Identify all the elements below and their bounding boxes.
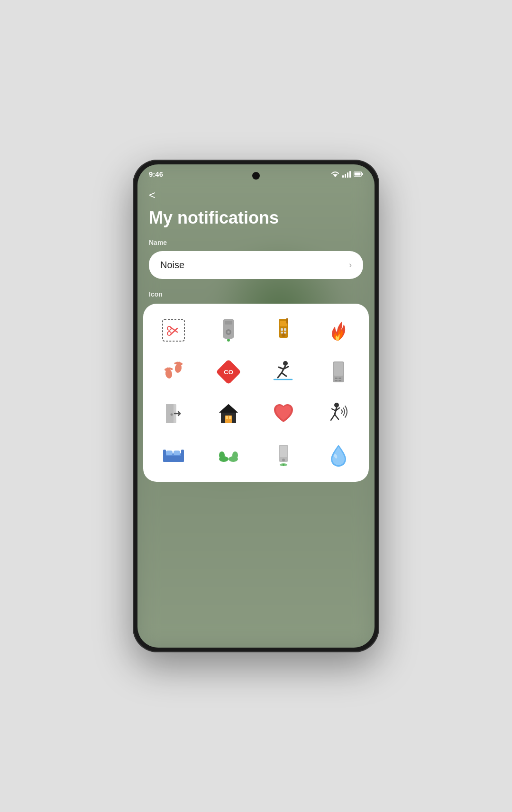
icon-grid-card: CO <box>143 304 369 482</box>
name-section-label: Name <box>149 239 363 246</box>
svg-rect-54 <box>226 416 228 419</box>
svg-rect-20 <box>284 332 286 334</box>
svg-rect-46 <box>338 380 341 381</box>
heart-icon[interactable] <box>258 397 309 431</box>
svg-point-74 <box>282 459 285 461</box>
cordless-phone-icon[interactable] <box>258 313 309 347</box>
svg-line-58 <box>332 409 336 411</box>
svg-rect-3 <box>362 173 364 175</box>
door-open-icon[interactable] <box>148 397 199 431</box>
svg-marker-0 <box>333 174 338 177</box>
co-detector-icon[interactable]: CO <box>203 355 254 389</box>
svg-rect-42 <box>334 362 343 376</box>
svg-line-36 <box>279 367 283 369</box>
svg-rect-73 <box>280 446 287 457</box>
svg-line-39 <box>282 373 286 376</box>
svg-rect-18 <box>284 328 286 331</box>
device-sensor-icon[interactable] <box>258 438 309 472</box>
svg-text:CO: CO <box>224 369 233 376</box>
svg-rect-44 <box>338 378 341 379</box>
fire-icon[interactable] <box>313 313 364 347</box>
svg-rect-66 <box>174 451 180 455</box>
svg-line-61 <box>335 415 338 419</box>
svg-rect-65 <box>166 451 173 455</box>
intercom-icon[interactable] <box>313 355 364 389</box>
svg-rect-12 <box>225 321 232 325</box>
chevron-right-icon: › <box>349 260 352 270</box>
slippers-icon[interactable] <box>203 438 254 472</box>
signal-icon <box>342 171 351 178</box>
camera-notch <box>252 172 260 180</box>
name-value: Noise <box>160 260 184 271</box>
svg-rect-55 <box>229 416 231 419</box>
bed-icon[interactable] <box>148 438 199 472</box>
svg-point-34 <box>283 361 288 366</box>
running-motion-icon[interactable] <box>313 397 364 431</box>
svg-rect-67 <box>163 456 184 462</box>
icon-section-label: Icon <box>149 290 363 298</box>
status-icons <box>331 171 363 178</box>
header-area: < My notifications Name Noise › Icon <box>137 181 375 304</box>
svg-marker-52 <box>219 404 238 413</box>
svg-point-16 <box>282 333 285 337</box>
fall-icon[interactable] <box>258 355 309 389</box>
svg-rect-19 <box>281 332 283 334</box>
svg-point-13 <box>227 339 230 342</box>
back-button[interactable]: < <box>149 189 164 202</box>
svg-rect-17 <box>281 328 283 331</box>
battery-icon <box>354 171 363 177</box>
icon-grid: CO <box>148 313 364 472</box>
screen-content: 9:46 <box>137 164 375 648</box>
phone-screen: 9:46 <box>137 164 375 648</box>
status-time: 9:46 <box>149 170 163 178</box>
phone-frame: 9:46 <box>133 160 379 652</box>
svg-point-71 <box>232 451 238 459</box>
svg-point-69 <box>219 451 225 459</box>
svg-rect-21 <box>286 318 288 324</box>
page-title: My notifications <box>149 208 363 227</box>
svg-point-11 <box>228 331 230 333</box>
svg-line-60 <box>331 415 335 420</box>
svg-point-49 <box>171 413 173 415</box>
svg-rect-4 <box>163 319 184 341</box>
wifi-icon <box>331 171 339 178</box>
footprints-icon[interactable] <box>148 355 199 389</box>
smart-speaker-icon[interactable] <box>203 313 254 347</box>
scissors-motion-icon[interactable] <box>148 313 199 347</box>
svg-rect-2 <box>355 173 361 176</box>
svg-point-76 <box>283 464 284 466</box>
svg-marker-48 <box>166 404 174 423</box>
name-input-row[interactable]: Noise › <box>149 251 363 279</box>
svg-rect-45 <box>335 380 338 381</box>
water-drop-icon[interactable] <box>313 438 364 472</box>
svg-line-38 <box>278 373 282 378</box>
svg-rect-43 <box>335 378 338 379</box>
home-icon[interactable] <box>203 397 254 431</box>
svg-rect-15 <box>280 321 287 326</box>
